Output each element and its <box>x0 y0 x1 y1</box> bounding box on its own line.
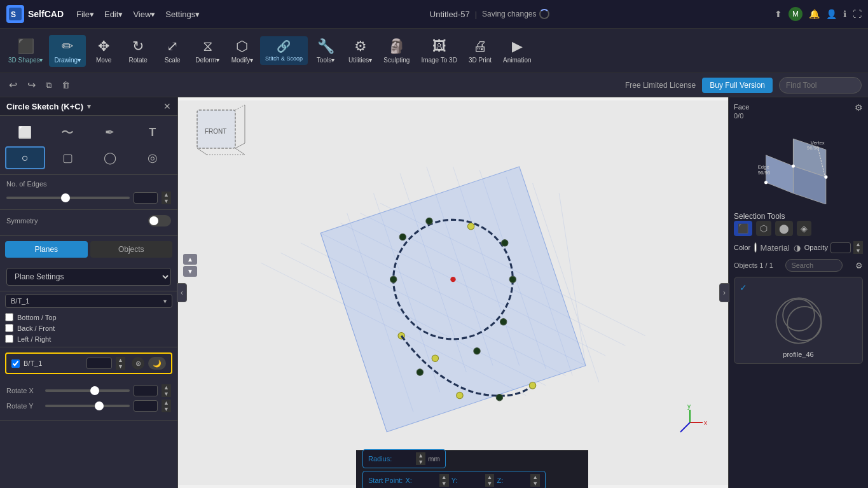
z-input[interactable]: 159 <box>506 477 528 484</box>
menu-edit[interactable]: Edit▾ <box>99 7 128 22</box>
viewport[interactable]: FRONT ▲ ▼ x y <box>178 97 728 488</box>
material-icon[interactable]: ◑ <box>794 243 801 253</box>
rotate-y-step-down[interactable]: ▼ <box>162 406 171 412</box>
sketch-tool-donut[interactable]: ◎ <box>132 146 172 169</box>
sketch-tool-pen[interactable]: ✒ <box>90 121 130 144</box>
bt1-step-down[interactable]: ▼ <box>116 363 125 370</box>
bt1-item[interactable]: B/T_1 322 ▲ ▼ ⊗ 🌙 <box>5 352 172 374</box>
tool-move[interactable]: ✥ Move <box>87 35 120 67</box>
tool-utilities[interactable]: ⚙ Utilities▾ <box>343 35 377 67</box>
undo-button[interactable]: ↩ <box>6 76 20 94</box>
objects-tab[interactable]: Objects <box>90 241 173 258</box>
edges-value-input[interactable]: 32 <box>134 192 158 204</box>
bottom-top-checkbox[interactable] <box>5 313 13 321</box>
tool-3d-print[interactable]: 🖨 3D Print <box>464 35 497 67</box>
sketch-tool-rect[interactable]: ⬜ <box>5 121 45 144</box>
menu-file[interactable]: File▾ <box>71 7 99 22</box>
y-step-up[interactable]: ▲ <box>485 474 495 480</box>
tool-animation[interactable]: ▶ Animation <box>498 35 536 67</box>
symmetry-toggle[interactable] <box>148 215 171 227</box>
redo-button[interactable]: ↪ <box>25 76 38 94</box>
tool-3d-shapes[interactable]: ⬛ 3D Shapes▾ <box>3 35 48 67</box>
edges-step-up[interactable]: ▲ <box>162 192 171 198</box>
sketch-tool-ellipse[interactable]: ◯ <box>90 146 130 169</box>
bt1-dropdown-arrow[interactable]: ▾ <box>163 298 167 305</box>
tool-stitch-scoop[interactable]: 🔗 Stitch & Scoop <box>260 36 308 65</box>
bt1-mode-button[interactable]: 🌙 <box>148 357 166 370</box>
settings-gear-icon[interactable]: ⚙ <box>855 102 863 113</box>
search-settings-icon[interactable]: ⚙ <box>855 261 863 270</box>
radius-step-up[interactable]: ▲ <box>416 452 425 459</box>
tool-scale[interactable]: ⤢ Scale <box>156 35 189 67</box>
checkbox-bottom-top[interactable]: Bottom / Top <box>5 312 172 323</box>
tool-deform[interactable]: ⧖ Deform▾ <box>190 35 224 67</box>
menu-settings[interactable]: Settings▾ <box>160 7 205 22</box>
opacity-step-down[interactable]: ▼ <box>853 247 863 254</box>
buy-full-version-button[interactable]: Buy Full Version <box>702 78 773 93</box>
bt1-reset-button[interactable]: ⊗ <box>132 357 144 370</box>
share-icon[interactable]: ⬆ <box>775 9 782 19</box>
logo-area[interactable]: S SelfCAD <box>6 5 64 23</box>
tool-rotate[interactable]: ↻ Rotate <box>121 35 155 67</box>
tool-drawing[interactable]: ✏ Drawing▾ <box>49 35 86 67</box>
color-picker[interactable] <box>754 242 756 253</box>
fullscreen-icon[interactable]: ⛶ <box>853 9 862 19</box>
back-front-checkbox[interactable] <box>5 324 13 332</box>
find-tool-input[interactable] <box>779 77 862 94</box>
x-step-down[interactable]: ▼ <box>439 480 449 487</box>
info-icon[interactable]: ℹ <box>843 9 846 19</box>
z-step-down[interactable]: ▼ <box>530 480 540 487</box>
edges-step-down[interactable]: ▼ <box>162 198 171 204</box>
sketch-tool-square[interactable]: ▢ <box>48 146 88 169</box>
sketch-tool-circle[interactable]: ○ <box>5 146 45 169</box>
search-objects-input[interactable] <box>785 259 843 272</box>
logo-icon[interactable]: S <box>6 5 24 23</box>
menu-view[interactable]: View▾ <box>128 7 160 22</box>
plane-settings-dropdown[interactable]: Plane Settings <box>6 268 171 286</box>
x-step-up[interactable]: ▲ <box>439 474 449 480</box>
rotate-y-slider[interactable] <box>45 405 130 407</box>
nav-up-button[interactable]: ▲ <box>183 254 197 265</box>
tool-image-to-3d[interactable]: 🖼 Image To 3D <box>416 35 462 67</box>
bt1-step-up[interactable]: ▲ <box>116 357 125 363</box>
object-item[interactable]: ✓ profile_46 <box>734 277 863 364</box>
tool-tools[interactable]: 🔧 Tools▾ <box>309 35 342 67</box>
opacity-input[interactable]: 100 <box>830 242 851 253</box>
left-right-checkbox[interactable] <box>5 335 13 343</box>
z-step-up[interactable]: ▲ <box>530 474 540 480</box>
rotate-y-step-up[interactable]: ▲ <box>162 400 171 406</box>
bt1-checkbox[interactable] <box>11 359 20 368</box>
rotate-x-value[interactable]: 36 <box>134 385 158 396</box>
tool-sculpting[interactable]: 🗿 Sculpting <box>378 35 415 67</box>
y-step-down[interactable]: ▼ <box>485 480 495 487</box>
sel-edge-button[interactable]: ⬡ <box>756 221 771 236</box>
left-collapse-button[interactable]: ‹ <box>177 283 187 302</box>
x-input[interactable]: -248 <box>415 477 437 484</box>
panel-close-button[interactable]: ✕ <box>163 101 171 111</box>
delete-button[interactable]: 🗑 <box>59 78 72 92</box>
checkbox-left-right[interactable]: Left / Right <box>5 333 172 344</box>
sel-vertex-button[interactable]: ⬤ <box>775 221 793 236</box>
sel-object-button[interactable]: ◈ <box>797 221 811 236</box>
panel-dropdown-icon[interactable]: ▾ <box>87 102 91 111</box>
rotate-y-value[interactable]: 56 <box>134 400 158 412</box>
y-input[interactable]: 0 <box>460 477 483 484</box>
tool-modify[interactable]: ⬡ Modify▾ <box>226 35 259 67</box>
sel-face-button[interactable]: ⬛ <box>734 221 752 236</box>
user-icon[interactable]: 👤 <box>826 9 837 19</box>
planes-tab[interactable]: Planes <box>5 241 88 258</box>
edges-slider[interactable] <box>6 197 130 199</box>
opacity-step-up[interactable]: ▲ <box>853 241 863 247</box>
sketch-tool-curve[interactable]: 〜 <box>48 121 88 144</box>
radius-step-down[interactable]: ▼ <box>416 459 425 465</box>
profile-m-icon[interactable]: M <box>789 7 803 21</box>
bt1-value-input[interactable]: 322 <box>86 358 112 369</box>
rotate-x-step-up[interactable]: ▲ <box>162 384 171 391</box>
nav-down-button[interactable]: ▼ <box>183 266 197 277</box>
rotate-x-slider[interactable] <box>45 389 130 392</box>
notification-icon[interactable]: 🔔 <box>809 9 820 19</box>
radius-input[interactable]: 0 <box>394 455 413 463</box>
right-collapse-button[interactable]: › <box>719 283 729 302</box>
rotate-x-step-down[interactable]: ▼ <box>162 391 171 397</box>
duplicate-button[interactable]: ⧉ <box>43 78 54 93</box>
